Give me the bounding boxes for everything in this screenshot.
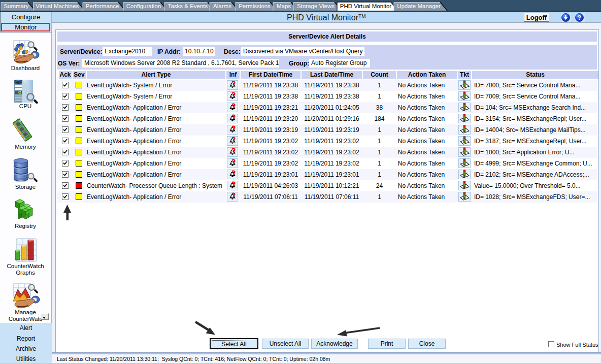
svg-text:Tasks & Events: Tasks & Events [168, 3, 208, 9]
svg-text:Permissions: Permissions [239, 3, 271, 9]
svg-text:Alarms: Alarms [213, 3, 231, 9]
svg-text:Virtual Machines: Virtual Machines [36, 3, 79, 9]
svg-text:Update Manager: Update Manager [397, 3, 441, 9]
svg-text:PHD Virtual Monitor: PHD Virtual Monitor [340, 3, 392, 9]
svg-text:Storage Views: Storage Views [297, 3, 335, 9]
svg-text:Performance: Performance [86, 3, 119, 9]
svg-text:Maps: Maps [277, 3, 291, 9]
svg-text:Configuration: Configuration [126, 3, 161, 9]
svg-text:?: ? [578, 14, 581, 21]
svg-text:Summary: Summary [4, 3, 28, 9]
